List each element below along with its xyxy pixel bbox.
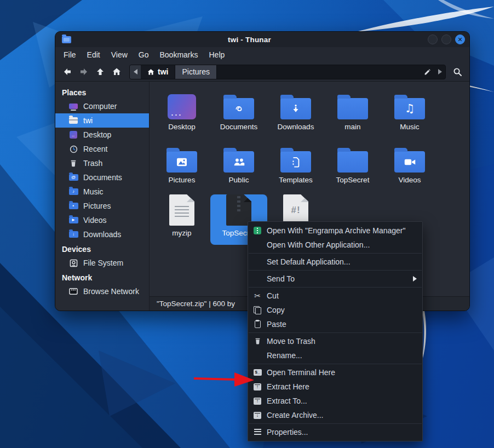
sidebar-item-browse-network[interactable]: Browse Network xyxy=(55,284,149,298)
close-icon: ✕ xyxy=(457,37,462,43)
menu-item-open-with-engrampa[interactable]: Open With "Engrampa Archive Manager" xyxy=(248,223,422,238)
toolbar: twi Pictures xyxy=(55,62,469,82)
menubar: File Edit View Go Bookmarks Help xyxy=(55,47,469,62)
menu-item-open-with-other[interactable]: Open With Other Application... xyxy=(248,238,422,252)
folder-topsecret[interactable]: TopSecret xyxy=(324,141,381,192)
public-folder-icon xyxy=(223,151,254,173)
maximize-button[interactable] xyxy=(441,35,451,44)
sidebar-item-music[interactable]: ♪ Music xyxy=(55,185,149,199)
folder-main[interactable]: main xyxy=(324,88,381,139)
sidebar-header-places: Places xyxy=(55,85,149,99)
folder-documents[interactable]: Documents xyxy=(210,88,267,139)
sidebar-item-desktop[interactable]: ‥ Desktop xyxy=(55,128,149,142)
menu-item-paste[interactable]: Paste xyxy=(248,317,422,331)
folder-label: Public xyxy=(229,176,249,184)
menu-item-rename[interactable]: Rename... xyxy=(248,348,422,363)
close-button[interactable]: ✕ xyxy=(455,35,465,44)
sidebar-item-label: Desktop xyxy=(83,130,111,139)
sidebar-item-pictures[interactable]: ▪ Pictures xyxy=(55,199,149,213)
engrampa-icon xyxy=(253,226,262,235)
menu-view[interactable]: View xyxy=(106,49,133,61)
path-entry-area[interactable] xyxy=(217,65,420,79)
menu-item-copy[interactable]: Copy xyxy=(248,303,422,317)
edit-path-button[interactable] xyxy=(420,65,434,79)
sidebar-item-label: Trash xyxy=(83,159,102,168)
sidebar-item-recent[interactable]: Recent xyxy=(55,142,149,156)
menu-item-send-to[interactable]: Send To xyxy=(248,272,422,286)
clock-icon xyxy=(68,145,78,153)
sidebar-item-downloads[interactable]: ↓ Downloads xyxy=(55,227,149,242)
menu-item-properties[interactable]: Properties... xyxy=(248,425,422,439)
file-myzip[interactable]: myzip xyxy=(153,194,210,245)
people-icon xyxy=(233,157,245,166)
folder-desktop[interactable]: Desktop xyxy=(153,88,210,139)
folder-pictures[interactable]: Pictures xyxy=(153,141,210,192)
sidebar-item-label: Music xyxy=(83,187,104,196)
home-button[interactable] xyxy=(110,65,124,79)
menu-separator xyxy=(249,332,422,333)
menu-bookmarks[interactable]: Bookmarks xyxy=(154,49,203,61)
home-icon xyxy=(147,68,154,76)
menu-item-extract-to[interactable]: ↑ Extract To... xyxy=(248,394,422,408)
text-file-icon xyxy=(169,194,194,226)
copy-icon xyxy=(253,306,262,314)
folder-music[interactable]: ♫ Music xyxy=(381,88,438,139)
chevron-right-icon xyxy=(438,69,442,74)
back-icon xyxy=(63,67,72,76)
desktop: twi - Thunar ✕ File Edit View Go Bookmar… xyxy=(0,0,494,448)
sidebar-item-videos[interactable]: ► Videos xyxy=(55,213,149,227)
video-camera-icon xyxy=(404,158,416,166)
sidebar-item-twi[interactable]: twi xyxy=(55,113,149,128)
pathbar-scroll-left-button[interactable] xyxy=(130,65,141,79)
folder-label: Documents xyxy=(220,123,257,131)
drive-icon xyxy=(68,259,78,267)
menu-item-open-terminal[interactable]: $_ Open Terminal Here xyxy=(248,365,422,380)
folder-public[interactable]: Public xyxy=(210,141,267,192)
menu-item-set-default[interactable]: Set Default Application... xyxy=(248,255,422,269)
pathbar-scroll-right-button[interactable] xyxy=(434,65,445,79)
up-button[interactable] xyxy=(93,65,107,79)
breadcrumb-twi[interactable]: twi xyxy=(141,65,175,79)
sidebar-item-computer[interactable]: Computer xyxy=(55,99,149,113)
image-icon xyxy=(176,157,188,167)
forward-button[interactable] xyxy=(77,65,91,79)
sidebar-item-file-system[interactable]: File System xyxy=(55,256,149,270)
sidebar-header-network: Network xyxy=(55,270,149,284)
extract-icon: ↑ xyxy=(253,382,262,391)
music-note-icon: ♫ xyxy=(405,103,415,114)
menu-separator xyxy=(249,253,422,254)
status-text: "TopSecret.zip" | 600 by xyxy=(157,300,235,308)
sidebar-item-documents[interactable]: @ Documents xyxy=(55,170,149,185)
menu-file[interactable]: File xyxy=(59,49,81,61)
folder-label: Music xyxy=(400,123,419,131)
pencil-icon xyxy=(424,68,431,76)
folder-label: main xyxy=(344,123,360,131)
file-label: myzip xyxy=(172,229,191,237)
up-icon xyxy=(96,67,105,76)
menu-edit[interactable]: Edit xyxy=(82,49,105,61)
menu-item-cut[interactable]: ✂ Cut xyxy=(248,289,422,303)
desktop-icon: ‥ xyxy=(68,130,78,139)
pathbar: twi Pictures xyxy=(129,65,446,79)
folder-videos[interactable]: Videos xyxy=(381,141,438,192)
minimize-button[interactable] xyxy=(428,35,438,44)
window-title: twi - Thunar xyxy=(71,36,428,44)
menu-item-create-archive[interactable]: ↓ Create Archive... xyxy=(248,408,422,422)
breadcrumb-label: twi xyxy=(158,67,168,76)
folder-downloads[interactable]: Downloads xyxy=(267,88,324,139)
plain-folder-icon xyxy=(337,151,368,173)
sidebar-item-label: Computer xyxy=(83,102,117,111)
menu-item-move-to-trash[interactable]: Move to Trash xyxy=(248,334,422,348)
desktop-folder-icon xyxy=(168,94,196,119)
back-button[interactable] xyxy=(60,65,74,79)
sidebar-item-trash[interactable]: Trash xyxy=(55,156,149,170)
breadcrumb-pictures[interactable]: Pictures xyxy=(175,65,217,79)
menu-go[interactable]: Go xyxy=(134,49,154,61)
search-button[interactable] xyxy=(450,65,464,79)
folder-templates[interactable]: Templates xyxy=(267,141,324,192)
templates-folder-icon xyxy=(280,151,311,173)
menu-item-extract-here[interactable]: ↑ Extract Here xyxy=(248,380,422,394)
titlebar[interactable]: twi - Thunar ✕ xyxy=(55,32,469,47)
pictures-folder-icon xyxy=(166,151,197,173)
menu-help[interactable]: Help xyxy=(204,49,230,61)
